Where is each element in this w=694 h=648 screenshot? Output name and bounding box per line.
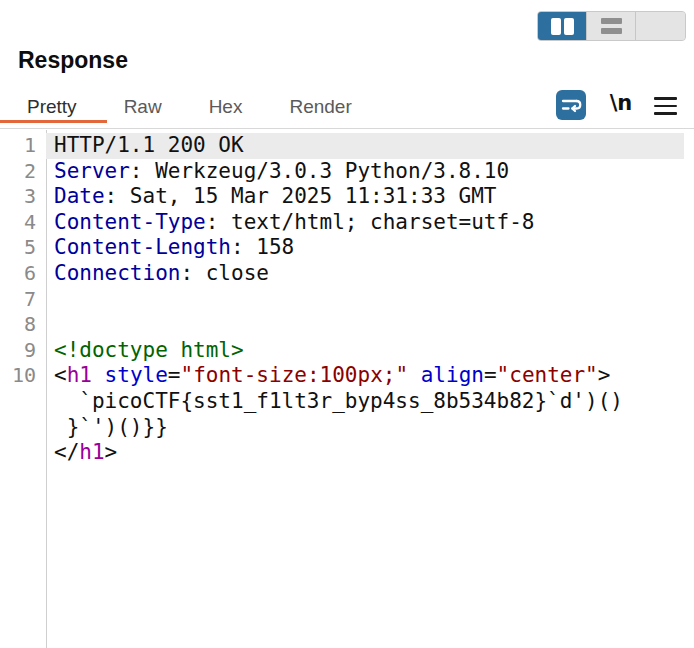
code-line[interactable]: }`')()}} [0,415,694,441]
line-text [46,287,684,313]
toolbar-divider [0,128,694,129]
line-number [0,389,46,415]
show-nonprintable-button[interactable]: \n [604,91,638,119]
line-text: Connection: close [46,261,684,287]
line-text: <h1 style="font-size:100px;" align="cent… [46,363,684,389]
line-number: 3 [0,184,46,210]
line-text: Date: Sat, 15 Mar 2025 11:31:33 GMT [46,184,684,210]
line-number: 4 [0,210,46,236]
code-line[interactable]: 4Content-Type: text/html; charset=utf-8 [0,210,694,236]
line-number: 5 [0,235,46,261]
code-line[interactable]: 7 [0,287,694,313]
word-wrap-button[interactable] [556,90,586,120]
line-text: </h1> [46,440,684,466]
rows-icon [601,18,622,34]
active-tab-underline [0,120,107,123]
line-text: `picoCTF{sst1_f1lt3r_byp4ss_8b534b82}`d'… [46,389,684,415]
line-text: HTTP/1.1 200 OK [46,133,684,159]
code-line[interactable]: 3Date: Sat, 15 Mar 2025 11:31:33 GMT [0,184,694,210]
tab-raw[interactable]: Raw [124,96,162,118]
line-number [0,415,46,441]
hamburger-icon [654,97,677,100]
tab-hex[interactable]: Hex [209,96,243,118]
code-line[interactable]: 8 [0,312,694,338]
line-number: 10 [0,363,46,389]
hamburger-icon [654,112,677,115]
line-number: 2 [0,159,46,185]
hamburger-icon [654,105,677,108]
line-number: 8 [0,312,46,338]
hamburger-menu-button[interactable] [654,97,678,115]
soft-wrap-icon [556,90,586,120]
line-text: Content-Length: 158 [46,235,684,261]
tab-render[interactable]: Render [289,96,351,118]
layout-single-button[interactable] [636,12,685,40]
response-panel: Response PrettyRawHexRender \n 1HTTP/1.1… [0,0,694,648]
line-number: 6 [0,261,46,287]
code-line[interactable]: 10<h1 style="font-size:100px;" align="ce… [0,363,694,389]
code-line[interactable]: `picoCTF{sst1_f1lt3r_byp4ss_8b534b82}`d'… [0,389,694,415]
layout-rows-button[interactable] [587,12,636,40]
line-number [0,440,46,466]
tab-pretty[interactable]: Pretty [27,96,77,118]
code-line[interactable]: 5Content-Length: 158 [0,235,694,261]
line-text: Server: Werkzeug/3.0.3 Python/3.8.10 [46,159,684,185]
code-line[interactable]: </h1> [0,440,694,466]
line-text [46,312,684,338]
panel-title: Response [18,47,128,74]
line-number: 7 [0,287,46,313]
code-area[interactable]: 1HTTP/1.1 200 OK2Server: Werkzeug/3.0.3 … [0,130,694,466]
code-line[interactable]: 9<!doctype html> [0,338,694,364]
code-line[interactable]: 6Connection: close [0,261,694,287]
layout-columns-button[interactable] [538,12,587,40]
line-text: <!doctype html> [46,338,684,364]
response-editor[interactable]: 1HTTP/1.1 200 OK2Server: Werkzeug/3.0.3 … [0,130,694,648]
line-text: Content-Type: text/html; charset=utf-8 [46,210,684,236]
code-line[interactable]: 2Server: Werkzeug/3.0.3 Python/3.8.10 [0,159,694,185]
line-number: 1 [0,133,46,159]
line-number: 9 [0,338,46,364]
line-text: }`')()}} [46,415,684,441]
columns-icon [551,18,574,35]
layout-toggle-group [537,11,686,41]
code-line[interactable]: 1HTTP/1.1 200 OK [0,133,694,159]
view-tabs: PrettyRawHexRender [27,96,352,118]
